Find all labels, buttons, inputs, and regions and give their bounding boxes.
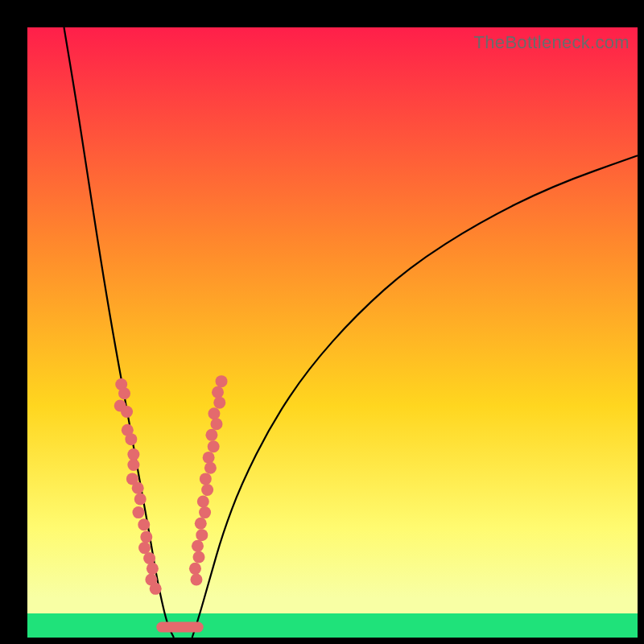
data-point [197, 495, 209, 507]
data-point [138, 518, 150, 530]
data-point [205, 429, 217, 441]
data-point [147, 563, 159, 575]
data-point [132, 506, 144, 518]
right-curve [192, 155, 638, 638]
data-point [118, 387, 130, 399]
data-point [192, 540, 204, 552]
data-point [143, 552, 155, 564]
data-point [203, 452, 215, 464]
data-point [212, 386, 224, 398]
data-point [200, 473, 212, 485]
data-point [210, 418, 222, 430]
plot-area: TheBottleneck.com [27, 27, 638, 638]
data-point [196, 529, 208, 541]
data-point [138, 542, 151, 554]
data-point [192, 551, 204, 563]
data-point [199, 506, 211, 518]
right-dot-cluster [189, 375, 228, 585]
chart-frame: TheBottleneck.com [0, 0, 644, 644]
data-point [213, 397, 225, 409]
data-point [195, 518, 207, 530]
data-point [216, 375, 228, 387]
data-point [201, 484, 213, 496]
data-point [190, 573, 202, 585]
data-point [121, 406, 133, 418]
data-point [127, 459, 139, 471]
data-point [134, 493, 147, 505]
data-point [140, 530, 152, 543]
data-point [208, 407, 220, 419]
left-curve [64, 27, 173, 638]
data-point [150, 583, 162, 595]
data-point [189, 563, 201, 575]
data-point [204, 462, 217, 474]
data-point [132, 482, 144, 494]
curves-layer [27, 27, 638, 638]
data-point [125, 433, 137, 445]
data-point [208, 440, 220, 452]
data-point [127, 448, 139, 460]
